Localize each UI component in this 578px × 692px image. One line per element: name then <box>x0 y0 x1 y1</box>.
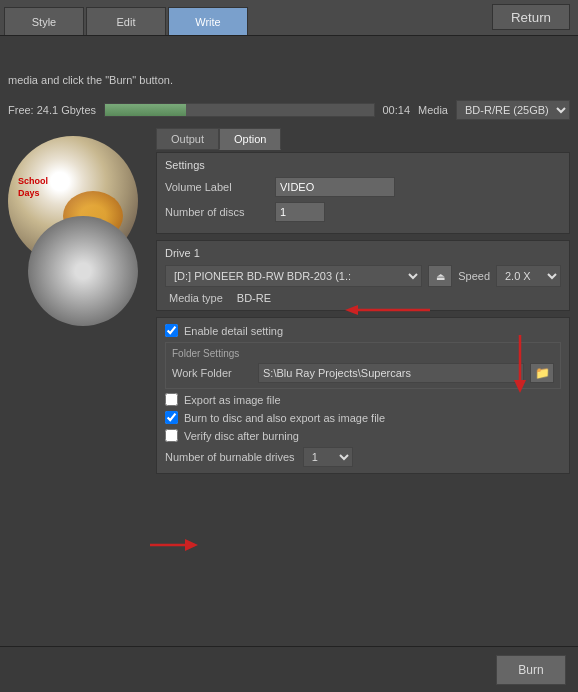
verify-checkbox[interactable] <box>165 429 178 442</box>
media-type-label: Media type <box>169 292 223 304</box>
drive-select[interactable]: [D:] PIONEER BD-RW BDR-203 (1.: <box>165 265 422 287</box>
burnable-label: Number of burnable drives <box>165 451 295 463</box>
work-folder-input[interactable] <box>258 363 524 383</box>
verify-row: Verify disc after burning <box>165 429 561 442</box>
page-wrapper: Style Edit Write Return media and click … <box>0 0 578 692</box>
volume-label-label: Volume Label <box>165 181 275 193</box>
return-button[interactable]: Return <box>492 4 570 30</box>
burn-export-row: Burn to disc and also export as image fi… <box>165 411 561 424</box>
drive-section: Drive 1 [D:] PIONEER BD-RW BDR-203 (1.: … <box>156 240 570 311</box>
enable-detail-checkbox[interactable] <box>165 324 178 337</box>
burn-export-label: Burn to disc and also export as image fi… <box>184 412 385 424</box>
num-discs-row: Number of discs <box>165 202 561 222</box>
burn-export-checkbox[interactable] <box>165 411 178 424</box>
free-label: Free: 24.1 Gbytes <box>8 104 96 116</box>
work-folder-label: Work Folder <box>172 367 252 379</box>
volume-label-input[interactable] <box>275 177 395 197</box>
main-content: SchoolDays Output Option Settings Volume <box>0 124 578 644</box>
detail-section: Enable detail setting Folder Settings Wo… <box>156 317 570 474</box>
progress-bar <box>104 103 374 117</box>
media-type-row: Media type BD-RE <box>165 292 561 304</box>
speed-label: Speed <box>458 270 490 282</box>
speed-select[interactable]: 2.0 X <box>496 265 561 287</box>
disc-area: SchoolDays <box>8 136 148 356</box>
folder-settings-title: Folder Settings <box>172 348 554 359</box>
burnable-row: Number of burnable drives 1 <box>165 447 561 467</box>
folder-browse-button[interactable]: 📁 <box>530 363 554 383</box>
enable-detail-label: Enable detail setting <box>184 325 283 337</box>
enable-detail-row: Enable detail setting <box>165 324 561 337</box>
drive-row: [D:] PIONEER BD-RW BDR-203 (1.: ⏏ Speed … <box>165 265 561 287</box>
settings-title: Settings <box>165 159 561 171</box>
folder-settings-group: Folder Settings Work Folder 📁 <box>165 342 561 389</box>
drive-title: Drive 1 <box>165 247 561 259</box>
top-tabs: Style Edit Write Return <box>0 0 578 36</box>
instruction-text: media and click the "Burn" button. <box>8 74 173 86</box>
num-discs-label: Number of discs <box>165 206 275 218</box>
right-panel: Output Option Settings Volume Label Numb… <box>156 128 570 640</box>
instruction-area: media and click the "Burn" button. <box>0 36 578 96</box>
export-image-label: Export as image file <box>184 394 281 406</box>
export-image-row: Export as image file <box>165 393 561 406</box>
free-bar-area: Free: 24.1 Gbytes 00:14 Media BD-R/RE (2… <box>0 96 578 124</box>
export-image-checkbox[interactable] <box>165 393 178 406</box>
tab-output[interactable]: Output <box>156 128 219 150</box>
tab-style[interactable]: Style <box>4 7 84 35</box>
media-label: Media <box>418 104 448 116</box>
disc-label: SchoolDays <box>18 176 48 199</box>
media-type-value: BD-RE <box>237 292 271 304</box>
work-folder-row: Work Folder 📁 <box>172 363 554 383</box>
tab-edit[interactable]: Edit <box>86 7 166 35</box>
tab-option[interactable]: Option <box>219 128 281 150</box>
verify-label: Verify disc after burning <box>184 430 299 442</box>
burn-button[interactable]: Burn <box>496 655 566 685</box>
progress-bar-fill <box>105 104 186 116</box>
bottom-bar: Burn <box>0 646 578 692</box>
disc-bottom <box>28 216 138 326</box>
inner-tabs: Output Option <box>156 128 570 150</box>
tab-write[interactable]: Write <box>168 7 248 35</box>
time-label: 00:14 <box>383 104 411 116</box>
eject-button[interactable]: ⏏ <box>428 265 452 287</box>
burnable-select[interactable]: 1 <box>303 447 353 467</box>
volume-label-row: Volume Label <box>165 177 561 197</box>
settings-panel: Settings Volume Label Number of discs <box>156 152 570 234</box>
num-discs-input[interactable] <box>275 202 325 222</box>
media-select[interactable]: BD-R/RE (25GB) <box>456 100 570 120</box>
